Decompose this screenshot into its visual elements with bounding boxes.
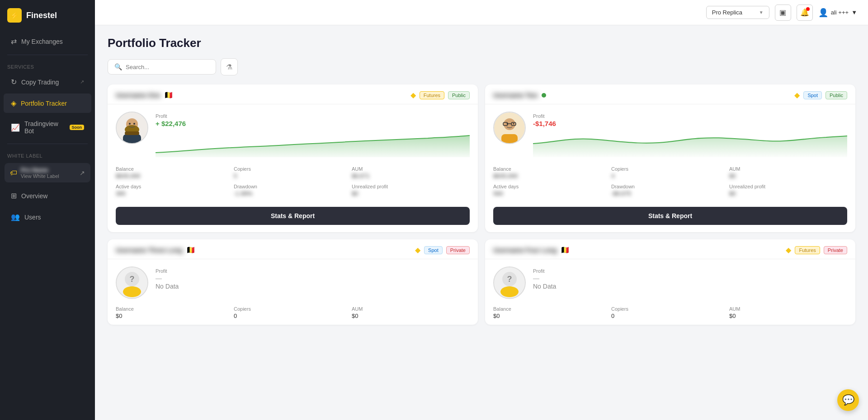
card-3-header-right: ◆ Spot Private	[415, 246, 470, 254]
svg-point-18	[123, 286, 141, 297]
card-1-profit-value: + $22,476	[156, 120, 470, 127]
sidebar-item-portfolio-tracker[interactable]: ◈ Portfolio Tracker	[4, 93, 91, 113]
card-3-visibility-tag: Private	[446, 246, 470, 254]
card-4-profit-dash: —	[533, 275, 847, 282]
card-2-sparkline	[533, 130, 847, 157]
card-1-balance: Balance $835,000	[116, 166, 234, 179]
card-1-market-tag: Futures	[420, 91, 444, 99]
card-3-body: ? Profit — No Data	[108, 259, 478, 306]
card-3-balance: Balance $0	[116, 306, 234, 319]
logo-icon: ⚡	[7, 8, 22, 23]
binance-icon-4: ◆	[786, 246, 791, 254]
portfolio-card-4: Username Four Long 🇧🇪 ◆ Futures Private	[485, 239, 855, 325]
sidebar-item-overview[interactable]: ⊞ Overview	[4, 186, 91, 205]
user-name: ali +++	[831, 9, 849, 16]
main-area: Pro Replica ▼ ▣ 🔔 👤 ali +++ ▼ Portfolio …	[95, 0, 868, 420]
card-1-header-left: Username One 🇧🇪	[116, 91, 173, 99]
search-box[interactable]: 🔍	[108, 59, 216, 75]
glasses-man-avatar	[494, 112, 525, 143]
chat-fab-button[interactable]: 💬	[837, 389, 859, 411]
user-avatar-icon: 👤	[818, 8, 828, 18]
card-4-header-left: Username Four Long 🇧🇪	[493, 246, 570, 254]
external-icon: ↗	[80, 169, 85, 177]
white-label-box[interactable]: 🏷 Pro Name View White Label ↗	[5, 163, 90, 182]
portfolio-card-1: Username One 🇧🇪 ◆ Futures Public	[108, 84, 478, 232]
card-1-active-days: Active days 365	[116, 184, 234, 197]
app-name: Finestel	[26, 11, 57, 20]
card-3-header-left: Username Three Long 🇧🇪	[116, 246, 195, 254]
card-4-profit-label: Profit	[533, 268, 847, 274]
wallet-button[interactable]: ▣	[775, 5, 791, 21]
card-1-unrealized: Unrealized profit $0	[352, 184, 470, 197]
copy-trading-label: Copy Trading	[21, 79, 59, 86]
topbar: Pro Replica ▼ ▣ 🔔 👤 ali +++ ▼	[95, 0, 868, 25]
white-label-info: Pro Name View White Label	[21, 167, 76, 179]
replica-dropdown-label: Pro Replica	[712, 9, 742, 16]
question-mark-avatar-2: ?	[494, 267, 525, 298]
svg-text:?: ?	[130, 275, 135, 284]
svg-point-22	[500, 286, 519, 297]
card-2-visibility-tag: Public	[826, 91, 847, 99]
card-3-flag-icon: 🇧🇪	[186, 246, 195, 254]
copy-trading-icon: ↻	[11, 78, 17, 86]
cards-grid: Username One 🇧🇪 ◆ Futures Public	[108, 84, 855, 325]
card-3-market-tag: Spot	[424, 246, 443, 254]
replica-dropdown[interactable]: Pro Replica ▼	[706, 6, 769, 19]
sidebar-item-my-exchanges[interactable]: ⇄ My Exchanges	[4, 32, 91, 51]
card-2-market-tag: Spot	[803, 91, 822, 99]
svg-point-5	[133, 123, 135, 125]
bearded-man-avatar	[117, 112, 147, 143]
svg-rect-6	[125, 131, 139, 135]
overview-label: Overview	[21, 192, 47, 200]
card-3-aum: AUM $0	[352, 306, 470, 319]
sidebar-item-users[interactable]: 👥 Users	[4, 207, 91, 227]
svg-text:?: ?	[507, 275, 512, 284]
sidebar: ⚡ Finestel ⇄ My Exchanges Services ↻ Cop…	[0, 0, 95, 420]
card-3-stats: Balance $0 Copiers 0 AUM $0	[108, 306, 478, 325]
portfolio-tracker-label: Portfolio Tracker	[21, 100, 67, 107]
soon-badge: Soon	[70, 125, 85, 130]
card-4-avatar: ?	[493, 266, 526, 299]
card-1-profit-label: Profit	[156, 113, 470, 119]
svg-rect-9	[501, 134, 518, 143]
stats-report-button-2[interactable]: Stats & Report	[493, 207, 847, 225]
card-2-aum: AUM $0	[729, 166, 847, 179]
svg-rect-2	[123, 134, 141, 143]
stats-report-button-1[interactable]: Stats & Report	[116, 207, 470, 225]
card-2-profit-value: -$1,746	[533, 120, 847, 127]
sidebar-item-tradingview-bot[interactable]: 📈 Tradingview Bot Soon	[4, 115, 91, 140]
user-menu[interactable]: 👤 ali +++ ▼	[818, 8, 857, 18]
card-3-copiers: Copiers 0	[234, 306, 352, 319]
card-4-copiers: Copiers 0	[611, 306, 729, 319]
card-3-profit-dash: —	[156, 275, 470, 282]
question-mark-avatar: ?	[117, 267, 147, 298]
card-4-aum: AUM $0	[729, 306, 847, 319]
card-4-visibility-tag: Private	[824, 246, 847, 254]
card-1-user-name: Username One	[116, 92, 160, 99]
card-1-footer: Stats & Report	[108, 202, 478, 232]
notification-button[interactable]: 🔔	[797, 5, 813, 21]
card-1-copiers: Copiers 5	[234, 166, 352, 179]
card-3-chart-area: Profit — No Data	[156, 266, 470, 290]
card-1-body: Profit + $22,476	[108, 104, 478, 166]
main-content: Portfolio Tracker 🔍 ⚗ Username One 🇧🇪	[95, 25, 868, 420]
portfolio-card-3: Username Three Long 🇧🇪 ◆ Spot Private	[108, 239, 478, 325]
svg-point-4	[129, 123, 131, 125]
sidebar-item-copy-trading[interactable]: ↻ Copy Trading ↗	[4, 72, 91, 92]
card-4-chart-area: Profit — No Data	[533, 266, 847, 290]
filter-button[interactable]: ⚗	[221, 58, 238, 75]
search-input[interactable]	[126, 64, 209, 70]
tradingview-bot-label: Tradingview Bot	[24, 120, 63, 135]
card-3-user-name: Username Three Long	[116, 247, 183, 254]
search-icon: 🔍	[114, 63, 122, 70]
chevron-down-icon: ▼	[759, 10, 764, 15]
card-2-status-dot	[542, 93, 546, 98]
my-exchanges-label: My Exchanges	[21, 38, 63, 45]
users-icon: 👥	[11, 213, 20, 221]
app-logo[interactable]: ⚡ Finestel	[0, 0, 95, 31]
card-4-user-name: Username Four Long	[493, 247, 557, 254]
filter-icon: ⚗	[226, 63, 232, 71]
card-2-chart-area: Profit -$1,746	[533, 112, 847, 159]
card-1-chart-area: Profit + $22,476	[156, 112, 470, 159]
svg-point-14	[513, 123, 514, 125]
